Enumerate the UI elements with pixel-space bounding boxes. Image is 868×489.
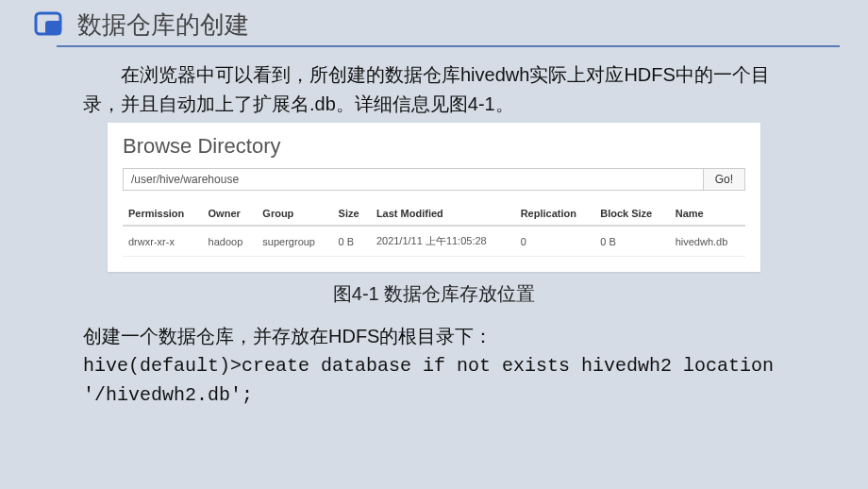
col-group: Group — [257, 202, 332, 226]
folder-icon — [32, 8, 66, 42]
cell-name-link[interactable]: hivedwh.db — [670, 226, 745, 257]
cell-owner: hadoop — [203, 226, 258, 257]
cell-replication: 0 — [515, 226, 595, 257]
col-size: Size — [333, 202, 371, 226]
slide: 数据仓库的创建 在浏览器中可以看到，所创建的数据仓库hivedwh实际上对应HD… — [0, 0, 868, 410]
col-replication: Replication — [515, 202, 595, 226]
cell-permission: drwxr-xr-x — [123, 226, 203, 257]
create-db-intro: 创建一个数据仓库，并存放在HDFS的根目录下： — [23, 322, 845, 351]
hive-command: hive(default)>create database if not exi… — [23, 351, 845, 410]
cell-last-modified: 2021/1/11 上午11:05:28 — [371, 226, 515, 257]
col-last-modified: Last Modified — [371, 202, 515, 226]
cell-group: supergroup — [257, 226, 332, 257]
title-underline — [57, 45, 840, 47]
cell-size: 0 B — [333, 226, 371, 257]
col-name: Name — [670, 202, 745, 226]
figure-caption: 图4-1 数据仓库存放位置 — [23, 281, 845, 307]
figure-4-1: Browse Directory /user/hive/warehouse Go… — [23, 123, 845, 272]
path-input[interactable]: /user/hive/warehouse — [123, 168, 704, 191]
browse-directory-heading: Browse Directory — [123, 134, 745, 159]
svg-rect-1 — [45, 21, 61, 35]
slide-title: 数据仓库的创建 — [77, 8, 249, 42]
col-permission: Permission — [123, 202, 203, 226]
intro-paragraph: 在浏览器中可以看到，所创建的数据仓库hivedwh实际上对应HDFS中的一个目录… — [23, 60, 845, 119]
table-row: drwxr-xr-x hadoop supergroup 0 B 2021/1/… — [123, 226, 745, 257]
browse-directory-panel: Browse Directory /user/hive/warehouse Go… — [108, 123, 760, 272]
go-button[interactable]: Go! — [704, 168, 745, 191]
cell-block-size: 0 B — [594, 226, 669, 257]
path-row: /user/hive/warehouse Go! — [123, 168, 745, 191]
table-header-row: Permission Owner Group Size Last Modifie… — [123, 202, 745, 226]
col-owner: Owner — [203, 202, 258, 226]
directory-table: Permission Owner Group Size Last Modifie… — [123, 202, 745, 257]
col-block-size: Block Size — [594, 202, 669, 226]
title-row: 数据仓库的创建 — [32, 8, 845, 42]
